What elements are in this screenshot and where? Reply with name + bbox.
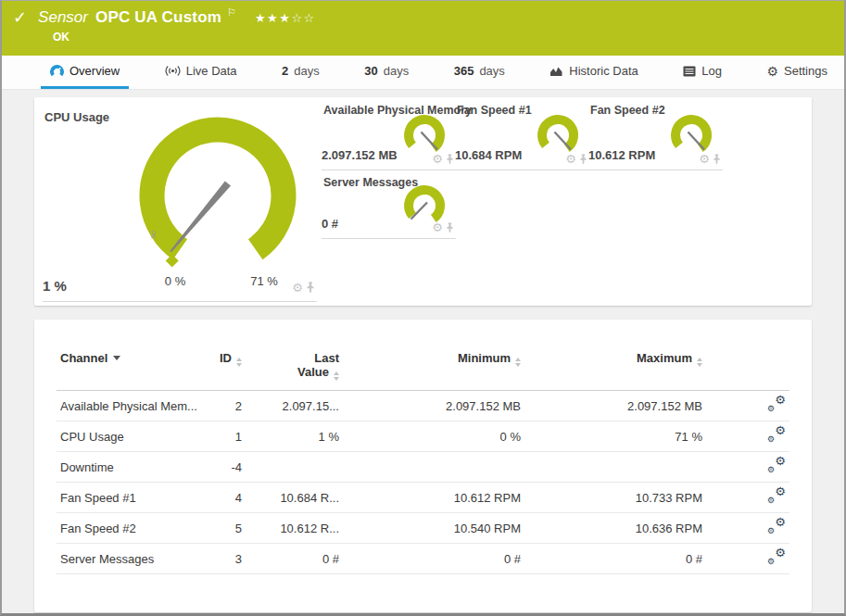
tab-label-number: 365 <box>454 64 474 78</box>
sort-icon <box>236 358 242 367</box>
fan-speed-1-gauge-block: Fan Speed #1 10.684 RPM ⚙ <box>455 104 589 170</box>
sort-icon <box>515 358 521 367</box>
available-physical-memory-gauge-block: Available Physical Memory 2.097.152 MB ⚙ <box>322 104 456 170</box>
channel-id: 5 <box>214 513 246 544</box>
channel-last-value: 10.684 RPM <box>455 148 522 162</box>
table-row[interactable]: Fan Speed #2 5 10.612 R... 10.540 RPM 10… <box>57 513 789 544</box>
tab-live-data[interactable]: Live Data <box>156 56 246 89</box>
column-label: Maximum <box>637 351 692 365</box>
column-header-actions <box>706 347 789 391</box>
gauges-panel: CPU Usage x̄ 0 % 71 % 1 % ⚙ A <box>34 97 812 306</box>
channel-settings-gear-icon[interactable]: ⚙ <box>432 153 443 165</box>
edit-channel-gears-icon[interactable]: ⚙⚙ <box>767 396 786 413</box>
column-label: Last <box>314 351 339 365</box>
channel-name: Fan Speed #1 <box>57 483 214 513</box>
tab-bar: Overview Live Data 2 days 30 days 365 da… <box>2 56 844 90</box>
channel-name: Available Physical Mem... <box>57 391 214 421</box>
channel-name: Downtime <box>57 452 214 483</box>
channel-last-value: 10.612 RPM <box>588 148 655 162</box>
channel-last-value: 2.097.15... <box>246 391 343 421</box>
tab-label: Overview <box>69 64 120 78</box>
table-row[interactable]: Downtime -4 ⚙⚙ <box>57 452 789 483</box>
cpu-gauge-dial: x̄ <box>139 117 297 274</box>
channel-name: CPU Usage <box>57 421 214 452</box>
tab-log[interactable]: Log <box>674 56 731 89</box>
average-marker-label: x̄ <box>151 229 157 240</box>
edit-channel-gears-icon[interactable]: ⚙⚙ <box>767 427 786 444</box>
table-row[interactable]: CPU Usage 1 1 % 0 % 71 % ⚙⚙ <box>57 421 789 452</box>
tab-label: Live Data <box>186 64 237 78</box>
edit-channel-gears-icon[interactable]: ⚙⚙ <box>767 458 786 474</box>
tab-label: Settings <box>784 64 827 78</box>
gear-icon: ⚙ <box>766 65 778 78</box>
channel-table-panel: Channel ID Last Value Minimum <box>34 320 812 612</box>
channel-id: -4 <box>214 452 246 483</box>
channel-minimum <box>343 452 524 483</box>
flag-icon[interactable]: ⚐ <box>227 6 236 19</box>
channel-last-value: 10.684 R... <box>246 483 343 513</box>
edit-channel-gears-icon[interactable]: ⚙⚙ <box>767 488 786 505</box>
channel-settings-gear-icon[interactable]: ⚙ <box>699 153 710 165</box>
channel-maximum: 2.097.152 MB <box>524 391 706 421</box>
column-header-id[interactable]: ID <box>214 347 246 391</box>
overview-content: CPU Usage x̄ 0 % 71 % 1 % ⚙ A <box>2 90 844 612</box>
fan-speed-2-gauge-block: Fan Speed #2 10.612 RPM ⚙ <box>588 104 723 170</box>
channel-maximum: 71 % <box>524 421 706 452</box>
channel-last-value: 0 # <box>322 217 338 231</box>
channel-last-value: 10.612 R... <box>246 513 343 544</box>
edit-channel-gears-icon[interactable]: ⚙⚙ <box>767 519 786 535</box>
channel-minimum: 0 % <box>343 421 524 452</box>
table-row[interactable]: Fan Speed #1 4 10.684 R... 10.612 RPM 10… <box>57 483 789 513</box>
column-header-maximum[interactable]: Maximum <box>524 347 706 391</box>
tab-label: days <box>384 64 409 78</box>
pin-icon[interactable] <box>713 154 721 165</box>
sort-desc-icon <box>113 356 120 360</box>
column-label: Minimum <box>458 351 511 365</box>
channel-last-value <box>246 452 343 483</box>
channel-last-value: 2.097.152 MB <box>322 148 398 162</box>
pin-icon[interactable] <box>446 222 454 233</box>
column-header-channel[interactable]: Channel <box>57 347 214 391</box>
pin-icon[interactable] <box>446 154 454 165</box>
tab-label-number: 30 <box>364 64 377 78</box>
gauge-needle <box>170 181 231 252</box>
tab-30-days[interactable]: 30 days <box>355 56 418 89</box>
sensor-title: OPC UA Custom <box>95 8 221 27</box>
channel-minimum: 10.540 RPM <box>343 513 524 544</box>
table-row[interactable]: Server Messages 3 0 # 0 # 0 # ⚙⚙ <box>57 544 789 574</box>
sort-icon <box>334 371 339 381</box>
channel-minimum: 10.612 RPM <box>343 483 524 513</box>
channel-minimum: 2.097.152 MB <box>343 391 524 421</box>
column-label: Channel <box>60 351 107 365</box>
tab-365-days[interactable]: 365 days <box>445 56 514 89</box>
edit-channel-gears-icon[interactable]: ⚙⚙ <box>767 549 786 566</box>
tab-label: Log <box>701 64 722 78</box>
log-icon <box>683 66 696 77</box>
channel-maximum: 0 # <box>524 544 706 574</box>
tab-label: days <box>294 64 319 78</box>
gauge-title: CPU Usage <box>44 110 109 124</box>
column-header-last-value[interactable]: Last Value <box>246 347 343 391</box>
tab-label: Historic Data <box>569 64 638 78</box>
channel-settings-gear-icon[interactable]: ⚙ <box>565 153 576 165</box>
prtg-sensor-window: ✓ Sensor OPC UA Custom ⚐ ★★★☆☆ OK Overvi… <box>0 0 846 616</box>
channel-maximum: 10.733 RPM <box>524 483 706 513</box>
table-row[interactable]: Available Physical Mem... 2 2.097.15... … <box>57 391 789 421</box>
tab-2-days[interactable]: 2 days <box>272 56 329 89</box>
sensor-header: ✓ Sensor OPC UA Custom ⚐ ★★★☆☆ OK <box>2 1 844 56</box>
pin-icon[interactable] <box>306 282 315 294</box>
channel-settings-gear-icon[interactable]: ⚙ <box>292 282 303 294</box>
tab-overview[interactable]: Overview <box>41 56 129 89</box>
channel-id: 3 <box>214 544 246 574</box>
sort-icon <box>697 358 702 367</box>
pin-icon[interactable] <box>579 154 587 165</box>
channel-name: Server Messages <box>57 544 214 574</box>
channel-settings-gear-icon[interactable]: ⚙ <box>432 221 443 233</box>
priority-stars[interactable]: ★★★☆☆ <box>255 11 316 25</box>
average-marker-diamond <box>166 254 179 267</box>
tab-settings[interactable]: ⚙ Settings <box>757 56 837 89</box>
cpu-usage-gauge-block: CPU Usage x̄ 0 % 71 % 1 % ⚙ <box>43 104 317 302</box>
column-header-minimum[interactable]: Minimum <box>343 347 524 391</box>
tab-historic-data[interactable]: Historic Data <box>540 56 647 89</box>
status-ok-check-icon: ✓ <box>13 9 27 26</box>
